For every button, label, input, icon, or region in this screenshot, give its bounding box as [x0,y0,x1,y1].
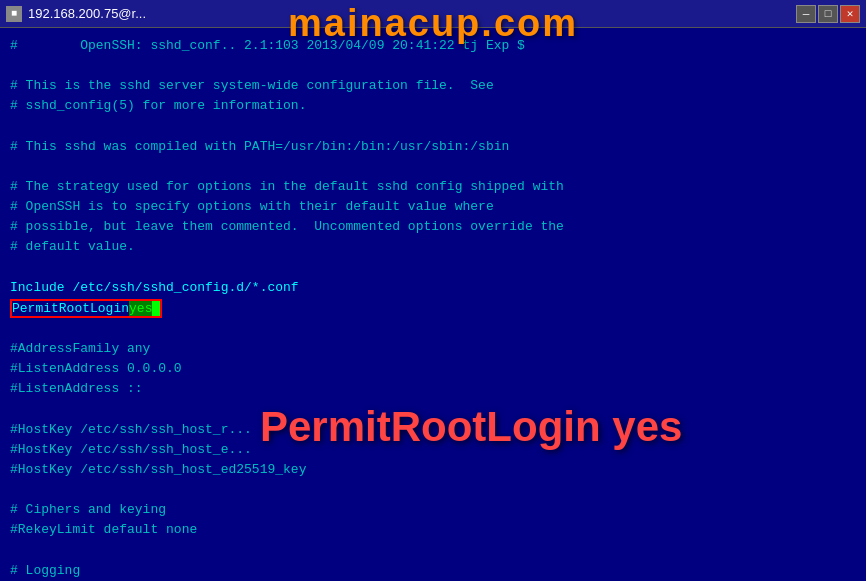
line-3: # This is the sshd server system-wide co… [10,76,856,96]
line-12 [10,258,856,278]
line-18: #ListenAddress :: [10,379,856,399]
line-2 [10,56,856,76]
line-26 [10,540,856,560]
line-11: # default value. [10,237,856,257]
permit-root-login-line: PermitRootLogin yes [10,299,856,318]
terminal-window[interactable]: # OpenSSH: sshd_conf.. 2.1:103 2013/04/0… [0,28,866,581]
line-16: #AddressFamily any [10,339,856,359]
permit-value: yes [129,301,152,316]
cursor [152,301,160,316]
line-13: Include /etc/ssh/sshd_config.d/*.conf [10,278,856,298]
maximize-button[interactable]: □ [818,5,838,23]
permit-label: PermitRootLogin [12,301,129,316]
line-7 [10,157,856,177]
line-27: # Logging [10,561,856,581]
line-24: # Ciphers and keying [10,500,856,520]
line-23 [10,480,856,500]
line-17: #ListenAddress 0.0.0.0 [10,359,856,379]
line-25: #RekeyLimit default none [10,520,856,540]
title-text: 192.168.200.75@r... [28,6,796,21]
line-6: # This sshd was compiled with PATH=/usr/… [10,137,856,157]
title-bar: ■ 192.168.200.75@r... — □ ✕ [0,0,866,28]
overlay-permit-text: PermitRootLogin yes [260,403,682,451]
line-1: # OpenSSH: sshd_conf.. 2.1:103 2013/04/0… [10,36,856,56]
line-15 [10,319,856,339]
window-controls[interactable]: — □ ✕ [796,5,860,23]
line-8: # The strategy used for options in the d… [10,177,856,197]
line-22: #HostKey /etc/ssh/ssh_host_ed25519_key [10,460,856,480]
line-4: # sshd_config(5) for more information. [10,96,856,116]
line-9: # OpenSSH is to specify options with the… [10,197,856,217]
minimize-button[interactable]: — [796,5,816,23]
close-button[interactable]: ✕ [840,5,860,23]
line-10: # possible, but leave them commented. Un… [10,217,856,237]
terminal-icon: ■ [6,6,22,22]
line-5 [10,117,856,137]
